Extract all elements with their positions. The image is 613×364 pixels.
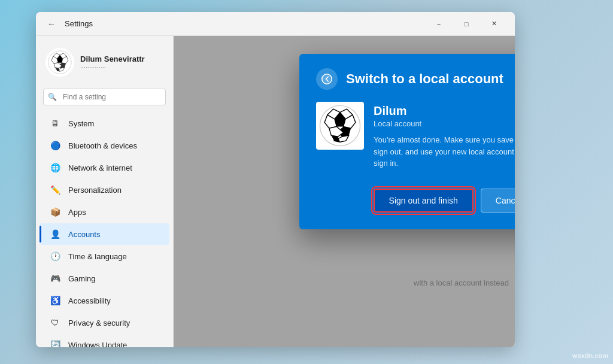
privacy-icon: 🛡 xyxy=(49,317,61,329)
dialog-header: Switch to a local account xyxy=(299,54,515,90)
minimize-button[interactable]: − xyxy=(425,14,453,34)
sidebar-item-label-accounts: Accounts xyxy=(68,230,100,239)
sign-out-finish-button[interactable]: Sign out and finish xyxy=(374,189,474,213)
main-content: Open Camera Browse files with a local ac… xyxy=(174,36,515,347)
dialog-actions: Sign out and finish Cancel xyxy=(316,189,515,213)
sidebar-item-system[interactable]: 🖥 System xyxy=(40,113,169,134)
search-input[interactable] xyxy=(43,89,166,105)
sidebar-item-accounts[interactable]: 👤 Accounts xyxy=(40,223,169,245)
network-icon: 🌐 xyxy=(49,162,61,174)
maximize-button[interactable]: □ xyxy=(453,14,480,34)
svg-point-10 xyxy=(322,74,332,84)
accounts-icon: 👤 xyxy=(49,228,61,240)
window-title: Settings xyxy=(65,19,93,28)
sidebar-item-label-time: Time & language xyxy=(68,252,127,261)
system-icon: 🖥 xyxy=(49,117,61,129)
dialog-account-type: Local account xyxy=(374,119,515,128)
sidebar-item-label-privacy: Privacy & security xyxy=(68,318,130,327)
watermark: wsxdn.com xyxy=(572,352,608,359)
bluetooth-icon: 🔵 xyxy=(49,139,61,151)
sidebar-item-bluetooth[interactable]: 🔵 Bluetooth & devices xyxy=(40,135,169,156)
personalization-icon: ✏️ xyxy=(49,184,61,196)
close-button[interactable]: ✕ xyxy=(480,14,508,34)
dialog-back-button[interactable] xyxy=(316,68,338,90)
sidebar-item-label-gaming: Gaming xyxy=(68,274,96,283)
apps-icon: 📦 xyxy=(49,206,61,218)
sidebar-item-label-windows-update: Windows Update xyxy=(68,341,127,348)
sidebar-item-accessibility[interactable]: ♿ Accessibility xyxy=(40,290,169,311)
dialog-username: Dilum xyxy=(374,104,515,118)
dialog-user-info: Dilum Local account You're almost done. … xyxy=(374,102,515,169)
sidebar-item-network[interactable]: 🌐 Network & internet xyxy=(40,157,169,178)
search-icon: 🔍 xyxy=(48,93,57,101)
sidebar-item-label-system: System xyxy=(68,119,94,128)
dialog-body: Dilum Local account You're almost done. … xyxy=(299,90,515,229)
sidebar-item-label-accessibility: Accessibility xyxy=(68,296,111,305)
cancel-button[interactable]: Cancel xyxy=(481,189,515,213)
sidebar-item-label-personalization: Personalization xyxy=(68,186,122,195)
accessibility-icon: ♿ xyxy=(49,295,61,307)
back-button[interactable]: ← xyxy=(43,16,60,32)
sidebar-item-windows-update[interactable]: 🔄 Windows Update xyxy=(40,334,169,347)
nav-menu: 🖥 System 🔵 Bluetooth & devices 🌐 Network… xyxy=(36,113,173,347)
sidebar-item-label-apps: Apps xyxy=(68,208,86,217)
settings-window: ← Settings − □ ✕ xyxy=(36,12,515,347)
sidebar: Dilum Senevirattr ·············· 🔍 🖥 Sys… xyxy=(36,36,174,347)
sidebar-user-profile[interactable]: Dilum Senevirattr ·············· xyxy=(36,43,173,86)
title-bar: ← Settings − □ ✕ xyxy=(36,12,515,36)
dialog-description: You're almost done. Make sure you save y… xyxy=(374,134,515,169)
sidebar-user-info: Dilum Senevirattr ·············· xyxy=(80,54,163,71)
sidebar-item-privacy[interactable]: 🛡 Privacy & security xyxy=(40,312,169,333)
sidebar-item-personalization[interactable]: ✏️ Personalization xyxy=(40,179,169,201)
avatar xyxy=(45,48,74,77)
sidebar-item-label-bluetooth: Bluetooth & devices xyxy=(68,141,137,150)
windows-update-icon: 🔄 xyxy=(49,339,61,347)
switch-account-dialog: Switch to a local account xyxy=(299,54,515,229)
dialog-title: Switch to a local account xyxy=(346,71,503,87)
sidebar-username: Dilum Senevirattr xyxy=(80,54,163,63)
sidebar-item-gaming[interactable]: 🎮 Gaming xyxy=(40,268,169,289)
sidebar-item-label-network: Network & internet xyxy=(68,163,132,172)
time-icon: 🕐 xyxy=(49,250,61,262)
search-container: 🔍 xyxy=(43,89,166,105)
sidebar-item-apps[interactable]: 📦 Apps xyxy=(40,201,169,223)
dialog-avatar xyxy=(316,102,364,150)
sidebar-item-time[interactable]: 🕐 Time & language xyxy=(40,245,169,267)
gaming-icon: 🎮 xyxy=(49,272,61,284)
sidebar-user-sub: ·············· xyxy=(80,63,163,71)
settings-content: Dilum Senevirattr ·············· 🔍 🖥 Sys… xyxy=(36,36,515,347)
dialog-user-section: Dilum Local account You're almost done. … xyxy=(316,102,515,169)
window-controls: − □ ✕ xyxy=(425,14,508,34)
